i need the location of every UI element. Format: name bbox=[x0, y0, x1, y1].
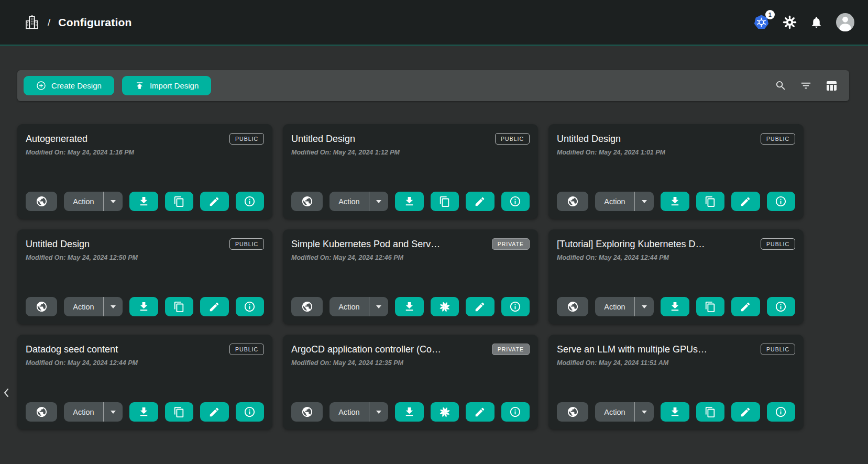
modified-date: Modified On: May 24, 2024 12:44 PM bbox=[26, 359, 264, 367]
pencil-icon bbox=[208, 406, 220, 418]
card-actions: Action bbox=[557, 297, 795, 316]
action-dropdown-button[interactable] bbox=[104, 402, 123, 422]
secondary-action-button[interactable] bbox=[696, 402, 725, 422]
action-dropdown-button[interactable] bbox=[369, 192, 388, 211]
info-button[interactable] bbox=[767, 297, 796, 316]
info-icon bbox=[775, 195, 787, 207]
action-dropdown-button[interactable] bbox=[635, 402, 654, 422]
pencil-icon bbox=[740, 406, 751, 418]
edit-button[interactable] bbox=[731, 192, 760, 211]
pencil-icon bbox=[474, 406, 486, 418]
action-button[interactable]: Action bbox=[595, 192, 634, 211]
action-split-button: Action bbox=[64, 192, 123, 211]
edit-button[interactable] bbox=[731, 402, 760, 422]
download-button[interactable] bbox=[395, 402, 424, 422]
visibility-globe-button[interactable] bbox=[291, 297, 323, 316]
action-dropdown-button[interactable] bbox=[104, 297, 123, 316]
kubernetes-context-chip[interactable]: 1 bbox=[753, 14, 770, 30]
download-icon bbox=[403, 301, 415, 313]
edit-button[interactable] bbox=[466, 297, 495, 316]
action-button[interactable]: Action bbox=[64, 192, 103, 211]
edit-button[interactable] bbox=[200, 402, 229, 422]
action-button[interactable]: Action bbox=[329, 297, 369, 316]
card-actions: Action bbox=[26, 192, 264, 211]
download-button[interactable] bbox=[395, 297, 424, 316]
create-design-button[interactable]: Create Design bbox=[24, 76, 114, 95]
drawer-collapse-button[interactable] bbox=[1, 385, 12, 400]
design-title: Untitled Design bbox=[291, 134, 493, 145]
action-dropdown-button[interactable] bbox=[635, 192, 654, 211]
download-button[interactable] bbox=[661, 297, 689, 316]
edit-button[interactable] bbox=[200, 192, 229, 211]
info-icon bbox=[509, 195, 521, 207]
action-button[interactable]: Action bbox=[329, 192, 369, 211]
secondary-action-button[interactable] bbox=[165, 402, 194, 422]
edit-button[interactable] bbox=[200, 297, 229, 316]
secondary-action-button[interactable] bbox=[696, 192, 725, 211]
chevron-down-icon bbox=[376, 200, 381, 203]
edit-button[interactable] bbox=[466, 402, 495, 422]
secondary-action-button[interactable] bbox=[696, 297, 725, 316]
action-button[interactable]: Action bbox=[64, 297, 103, 316]
visibility-globe-button[interactable] bbox=[26, 192, 57, 211]
secondary-action-button[interactable] bbox=[431, 402, 459, 422]
visibility-globe-button[interactable] bbox=[26, 297, 57, 316]
search-button[interactable] bbox=[775, 80, 787, 92]
info-button[interactable] bbox=[501, 297, 530, 316]
settings-button[interactable] bbox=[783, 15, 797, 29]
download-button[interactable] bbox=[395, 192, 424, 211]
action-dropdown-button[interactable] bbox=[369, 297, 388, 316]
visibility-globe-button[interactable] bbox=[26, 402, 57, 422]
action-button[interactable]: Action bbox=[595, 402, 634, 422]
building-icon[interactable] bbox=[24, 15, 40, 30]
visibility-globe-button[interactable] bbox=[291, 402, 323, 422]
visibility-badge: PUBLIC bbox=[229, 133, 264, 145]
secondary-action-button[interactable] bbox=[431, 297, 459, 316]
import-design-button[interactable]: Import Design bbox=[122, 76, 211, 95]
modified-date: Modified On: May 24, 2024 11:51 AM bbox=[557, 359, 795, 367]
visibility-badge: PRIVATE bbox=[492, 238, 530, 250]
info-button[interactable] bbox=[501, 192, 530, 211]
action-dropdown-button[interactable] bbox=[635, 297, 654, 316]
visibility-globe-button[interactable] bbox=[557, 297, 588, 316]
secondary-action-button[interactable] bbox=[165, 192, 194, 211]
user-avatar[interactable] bbox=[836, 13, 854, 31]
info-button[interactable] bbox=[236, 297, 265, 316]
copy-icon bbox=[705, 406, 716, 418]
visibility-badge: PUBLIC bbox=[761, 344, 795, 355]
action-button[interactable]: Action bbox=[595, 297, 634, 316]
download-icon bbox=[138, 195, 150, 207]
edit-button[interactable] bbox=[466, 192, 495, 211]
info-button[interactable] bbox=[236, 192, 265, 211]
secondary-action-button[interactable] bbox=[165, 297, 194, 316]
secondary-action-button[interactable] bbox=[431, 192, 459, 211]
filter-button[interactable] bbox=[800, 80, 812, 92]
action-dropdown-button[interactable] bbox=[104, 192, 123, 211]
info-button[interactable] bbox=[767, 402, 796, 422]
download-button[interactable] bbox=[661, 192, 689, 211]
info-button[interactable] bbox=[767, 192, 796, 211]
action-split-button: Action bbox=[329, 192, 388, 211]
notifications-button[interactable] bbox=[810, 16, 823, 29]
action-button[interactable]: Action bbox=[64, 402, 103, 422]
visibility-globe-button[interactable] bbox=[291, 192, 323, 211]
visibility-globe-button[interactable] bbox=[557, 402, 588, 422]
edit-button[interactable] bbox=[731, 297, 760, 316]
download-button[interactable] bbox=[129, 402, 158, 422]
copy-icon bbox=[439, 196, 451, 207]
chevron-down-icon bbox=[642, 200, 647, 203]
download-button[interactable] bbox=[129, 297, 158, 316]
visibility-globe-button[interactable] bbox=[557, 192, 588, 211]
download-button[interactable] bbox=[129, 192, 158, 211]
info-icon bbox=[775, 301, 787, 313]
design-card: Autogenerated PUBLIC Modified On: May 24… bbox=[17, 124, 272, 219]
chevron-down-icon bbox=[111, 200, 116, 203]
action-button[interactable]: Action bbox=[329, 402, 369, 422]
action-dropdown-button[interactable] bbox=[369, 402, 388, 422]
download-button[interactable] bbox=[661, 402, 689, 422]
table-view-button[interactable] bbox=[825, 80, 838, 92]
info-icon bbox=[244, 301, 256, 313]
action-split-button: Action bbox=[64, 402, 123, 422]
info-button[interactable] bbox=[501, 402, 530, 422]
info-button[interactable] bbox=[236, 402, 265, 422]
